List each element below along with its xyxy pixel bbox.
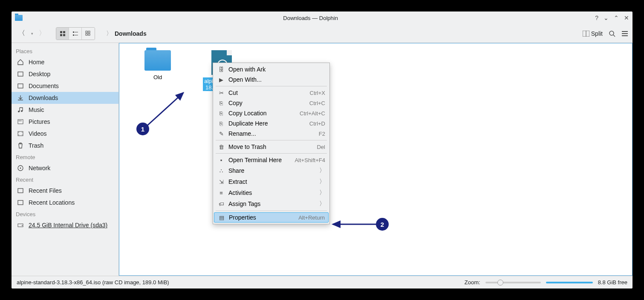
menu-item-copy-location[interactable]: ⎘Copy LocationCtrl+Alt+C <box>213 108 329 118</box>
svg-line-37 <box>145 93 183 128</box>
sidebar-item-downloads[interactable]: Downloads <box>12 92 118 104</box>
split-icon <box>583 31 589 37</box>
music-icon <box>17 106 24 114</box>
zoom-slider[interactable] <box>485 282 541 283</box>
menu-item-label: Share <box>228 167 316 174</box>
rename-icon: ✎ <box>217 131 225 137</box>
trash-icon: 🗑 <box>217 144 225 150</box>
annotation-badge-1: 1 <box>136 123 149 135</box>
sidebar-item-documents[interactable]: Documents <box>12 80 118 92</box>
menu-item-open-with-ark[interactable]: 🗄Open with Ark <box>213 64 329 74</box>
menu-item-copy[interactable]: ⎘CopyCtrl+C <box>213 98 329 108</box>
free-space-label: 8.8 GiB free <box>598 279 627 286</box>
sidebar-item-trash[interactable]: Trash <box>12 140 118 151</box>
menu-shortcut: F2 <box>319 131 325 137</box>
sidebar-item-pictures[interactable]: Pictures <box>12 116 118 128</box>
sidebar-item-label: Pictures <box>29 118 50 125</box>
titlebar: Downloads — Dolphin ? ⌄ ⌃ ✕ <box>12 11 632 24</box>
window-title: Downloads — Dolphin <box>26 15 595 21</box>
svg-point-14 <box>609 31 614 35</box>
terminal-icon: ▪ <box>217 157 225 163</box>
sidebar-item-label: Recent Files <box>29 187 62 194</box>
breadcrumb[interactable]: 〉 Downloads <box>106 30 147 37</box>
sidebar-item-label: Desktop <box>29 71 50 77</box>
menu-item-label: Activities <box>228 189 316 196</box>
svg-rect-5 <box>75 32 78 32</box>
menu-item-label: Open with Ark <box>228 66 325 73</box>
sidebar-header: Remote <box>12 151 118 162</box>
sidebar-item-label: Downloads <box>29 94 58 101</box>
help-button[interactable]: ? <box>595 14 598 21</box>
menu-item-duplicate-here[interactable]: ⎘Duplicate HereCtrl+D <box>213 118 329 129</box>
menu-separator <box>216 211 327 211</box>
menu-item-open-terminal-here[interactable]: ▪Open Terminal HereAlt+Shift+F4 <box>213 155 329 165</box>
folder-icon <box>144 50 171 71</box>
menu-item-activities[interactable]: ≡Activities〉 <box>213 187 329 198</box>
properties-icon: ▤ <box>218 214 225 221</box>
copyloc-icon: ⎘ <box>217 110 225 117</box>
view-details-button[interactable] <box>82 28 95 40</box>
svg-point-27 <box>18 132 19 133</box>
svg-rect-4 <box>73 31 74 33</box>
recent-locations-icon <box>17 199 24 206</box>
sidebar-item-label: Trash <box>29 142 43 149</box>
sidebar-item-24-5-gib-internal-drive-sda3-[interactable]: 24.5 GiB Internal Drive (sda3) <box>12 219 118 231</box>
toolbar: 〈 ▾ 〉 〉 Downloads Split <box>12 24 632 43</box>
menu-separator <box>216 140 327 140</box>
menu-shortcut: Alt+Return <box>298 214 325 221</box>
sidebar-item-label: Network <box>29 165 50 171</box>
file-label: Old <box>132 74 183 80</box>
menu-item-properties[interactable]: ▤PropertiesAlt+Return <box>214 212 329 223</box>
sidebar-item-desktop[interactable]: Desktop <box>12 68 118 80</box>
sidebar-item-videos[interactable]: Videos <box>12 128 118 140</box>
chevron-right-icon: 〉 <box>319 167 325 174</box>
svg-rect-11 <box>88 34 90 35</box>
menu-item-extract[interactable]: ⇲Extract〉 <box>213 176 329 187</box>
menu-item-move-to-trash[interactable]: 🗑Move to TrashDel <box>213 142 329 152</box>
split-button[interactable]: Split <box>583 30 603 37</box>
menu-shortcut: Ctrl+X <box>310 90 325 96</box>
breadcrumb-current[interactable]: Downloads <box>115 30 147 37</box>
svg-point-32 <box>20 168 21 169</box>
menu-item-open-with[interactable]: ▶Open With... <box>213 74 329 85</box>
svg-rect-19 <box>18 72 23 76</box>
sidebar-item-label: Videos <box>29 130 47 137</box>
menu-shortcut: Del <box>317 144 325 150</box>
menu-item-label: Open With... <box>228 76 325 83</box>
menu-separator <box>216 153 327 154</box>
sidebar-item-network[interactable]: Network <box>12 162 118 174</box>
sidebar-item-recent-locations[interactable]: Recent Locations <box>12 197 118 209</box>
file-view[interactable]: Oldalpine-stand...18.3-x86_6... <box>119 43 632 276</box>
menu-item-cut[interactable]: ✂CutCtrl+X <box>213 88 329 98</box>
sidebar-item-recent-files[interactable]: Recent Files <box>12 185 118 197</box>
menu-item-share[interactable]: ∴Share〉 <box>213 165 329 176</box>
search-button[interactable] <box>609 30 615 37</box>
search-icon <box>609 30 615 37</box>
file-item-old[interactable]: Old <box>132 50 183 80</box>
svg-point-30 <box>22 134 23 135</box>
svg-rect-7 <box>75 35 78 35</box>
menu-item-label: Rename... <box>228 130 315 137</box>
menu-item-assign-tags[interactable]: 🏷Assign Tags〉 <box>213 198 329 209</box>
documents-icon <box>17 82 24 90</box>
menu-button[interactable] <box>621 31 628 37</box>
nav-back-dropdown[interactable]: ▾ <box>27 29 37 38</box>
minimize-button[interactable]: ⌄ <box>604 14 609 21</box>
svg-point-28 <box>18 134 19 135</box>
nav-forward-button[interactable]: 〉 <box>38 29 47 38</box>
menu-item-label: Extract <box>228 178 316 185</box>
sidebar-item-label: Music <box>29 106 44 113</box>
maximize-button[interactable]: ⌃ <box>614 14 619 21</box>
svg-line-15 <box>613 35 615 37</box>
view-icons-button[interactable] <box>56 28 69 40</box>
menu-item-rename[interactable]: ✎Rename...F2 <box>213 129 329 139</box>
nav-back-button[interactable]: 〈 <box>17 29 26 38</box>
share-icon: ∴ <box>217 168 225 174</box>
close-button[interactable]: ✕ <box>624 14 629 21</box>
open-icon: ▶ <box>217 77 225 83</box>
sidebar-item-home[interactable]: Home <box>12 56 118 68</box>
home-icon <box>17 58 24 66</box>
extract-icon: ⇲ <box>217 179 225 185</box>
view-compact-button[interactable] <box>69 28 82 40</box>
sidebar-item-music[interactable]: Music <box>12 104 118 116</box>
